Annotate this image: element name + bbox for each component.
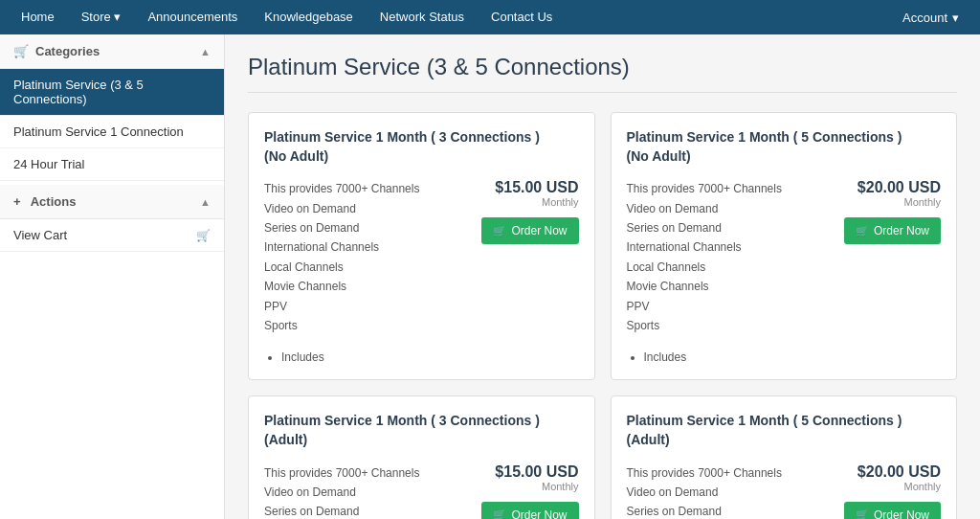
product-period-p4: Monthly — [903, 481, 941, 492]
product-period-p1: Monthly — [542, 196, 579, 208]
nav-knowledgebase[interactable]: Knowledgebase — [251, 0, 367, 34]
product-price-p1: $15.00 USD — [495, 179, 578, 196]
account-dropdown-arrow: ▾ — [952, 11, 959, 25]
product-card-p1: Platinum Service 1 Month ( 3 Connections… — [248, 112, 595, 380]
product-title-p1: Platinum Service 1 Month ( 3 Connections… — [264, 128, 579, 166]
order-button-p2[interactable]: 🛒 Order Now — [844, 217, 941, 244]
sidebar-item-platinum-3-5[interactable]: Platinum Service (3 & 5 Connections) — [0, 69, 224, 116]
nav-account[interactable]: Account ▾ — [889, 11, 972, 25]
order-cart-icon-p4: 🛒 — [856, 508, 869, 519]
product-price-p2: $20.00 USD — [858, 179, 941, 196]
includes-label-p1: Includes — [281, 350, 579, 364]
page-title: Platinum Service (3 & 5 Connections) — [248, 54, 957, 93]
includes-section-p1: Includes — [264, 347, 579, 364]
main-content: Platinum Service (3 & 5 Connections) Pla… — [225, 34, 980, 519]
order-button-p3[interactable]: 🛒 Order Now — [481, 502, 578, 520]
view-cart-icon: 🛒 — [196, 229, 211, 242]
main-container: 🛒 Categories ▲ Platinum Service (3 & 5 C… — [0, 34, 980, 519]
product-body-p1: This provides 7000+ ChannelsVideo on Dem… — [264, 179, 579, 335]
categories-section-header[interactable]: 🛒 Categories ▲ — [0, 34, 224, 69]
order-cart-icon-p2: 🛒 — [856, 225, 869, 237]
sidebar: 🛒 Categories ▲ Platinum Service (3 & 5 C… — [0, 34, 225, 519]
cart-icon: 🛒 — [13, 44, 29, 58]
order-button-p4[interactable]: 🛒 Order Now — [844, 502, 941, 520]
product-grid: Platinum Service 1 Month ( 3 Connections… — [248, 112, 957, 519]
product-price-p3: $15.00 USD — [495, 463, 578, 481]
product-features-p4: This provides 7000+ ChannelsVideo on Dem… — [627, 463, 833, 520]
product-period-p3: Monthly — [542, 481, 579, 492]
categories-label: 🛒 Categories — [13, 44, 100, 58]
includes-section-p2: Includes — [627, 347, 942, 364]
order-button-p1[interactable]: 🛒 Order Now — [481, 217, 578, 244]
sidebar-item-24-hour[interactable]: 24 Hour Trial — [0, 148, 224, 181]
product-title-p3: Platinum Service 1 Month ( 3 Connections… — [264, 412, 579, 449]
product-title-p2: Platinum Service 1 Month ( 5 Connections… — [627, 128, 942, 166]
product-pricing-p3: $15.00 USD Monthly 🛒 Order Now — [481, 463, 578, 520]
plus-icon: + — [13, 194, 21, 209]
product-features-p1: This provides 7000+ ChannelsVideo on Dem… — [264, 179, 470, 335]
product-body-p4: This provides 7000+ ChannelsVideo on Dem… — [627, 463, 942, 520]
nav-network-status[interactable]: Network Status — [367, 0, 478, 34]
product-price-p4: $20.00 USD — [858, 463, 941, 481]
actions-chevron: ▲ — [200, 196, 211, 208]
main-nav: Home Store ▾ Announcements Knowledgebase… — [0, 0, 980, 34]
account-label: Account — [902, 11, 947, 25]
product-pricing-p1: $15.00 USD Monthly 🛒 Order Now — [481, 179, 578, 335]
product-title-p4: Platinum Service 1 Month ( 5 Connections… — [627, 412, 942, 449]
product-pricing-p2: $20.00 USD Monthly 🛒 Order Now — [844, 179, 941, 335]
product-features-p3: This provides 7000+ ChannelsVideo on Dem… — [264, 463, 470, 520]
product-card-p2: Platinum Service 1 Month ( 5 Connections… — [611, 112, 958, 380]
categories-chevron: ▲ — [200, 46, 211, 57]
nav-contact-us[interactable]: Contact Us — [478, 0, 566, 34]
product-pricing-p4: $20.00 USD Monthly 🛒 Order Now — [844, 463, 941, 520]
sidebar-item-platinum-1[interactable]: Platinum Service 1 Connection — [0, 116, 224, 148]
product-body-p3: This provides 7000+ ChannelsVideo on Dem… — [264, 463, 579, 520]
nav-store[interactable]: Store ▾ — [68, 0, 135, 34]
order-cart-icon-p3: 🛒 — [493, 508, 506, 519]
nav-home[interactable]: Home — [8, 0, 68, 34]
actions-section-header[interactable]: + Actions ▲ — [0, 185, 224, 219]
actions-label: + Actions — [13, 194, 76, 209]
nav-announcements[interactable]: Announcements — [134, 0, 251, 34]
order-cart-icon-p1: 🛒 — [493, 225, 506, 237]
includes-label-p2: Includes — [644, 350, 942, 364]
product-card-p3: Platinum Service 1 Month ( 3 Connections… — [248, 395, 595, 519]
product-card-p4: Platinum Service 1 Month ( 5 Connections… — [611, 395, 958, 519]
product-body-p2: This provides 7000+ ChannelsVideo on Dem… — [627, 179, 942, 335]
sidebar-item-view-cart[interactable]: View Cart 🛒 — [0, 219, 224, 252]
product-period-p2: Monthly — [903, 196, 941, 208]
product-features-p2: This provides 7000+ ChannelsVideo on Dem… — [627, 179, 833, 335]
